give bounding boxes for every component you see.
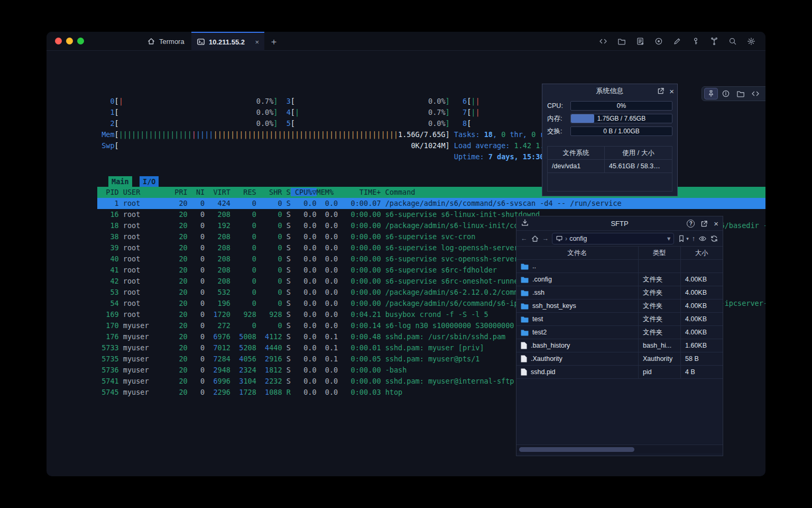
file-type: Xauthority [638,355,680,362]
close-window-button[interactable] [55,38,62,44]
file-row[interactable]: test2 文件夹 4.00KB [516,326,723,339]
file-size: 4.00KB [680,276,723,283]
breadcrumb-segment[interactable]: config [569,235,587,242]
folder-icon [521,316,529,323]
close-tab-icon[interactable]: × [255,38,259,46]
settings-icon[interactable] [744,34,758,48]
progress-bar: 0% [570,101,672,111]
new-tab-button[interactable]: ＋ [267,35,280,48]
col-type[interactable]: 类型 [638,249,680,258]
process-row[interactable]: 1 root 20 0 424 0 0 S 0.0 0.0 0:00.07 /p… [97,198,765,209]
col-filename[interactable]: 文件名 [516,249,638,258]
edit-icon[interactable] [670,34,684,48]
back-icon[interactable]: ← [521,235,528,242]
file-row[interactable]: .ssh 文件夹 4.00KB [516,286,723,300]
file-row[interactable]: .bash_history bash_hi... 1.60KB [516,339,723,352]
sysinfo-bar-row: 交换: 0 B / 1.00GB [542,126,677,136]
file-row[interactable]: .Xauthority Xauthority 58 B [516,352,723,366]
sysinfo-title: 系统信息 [596,86,624,96]
open-in-window-icon[interactable] [657,87,665,95]
file-icon [521,355,527,362]
bar-label: 交换: [547,127,570,136]
folder-icon [521,263,529,270]
folder-icon [521,303,529,310]
record-icon[interactable] [652,34,666,48]
chevron-down-icon[interactable]: ▾ [667,234,670,242]
folder-icon[interactable] [615,34,629,48]
file-type: bash_hi... [638,342,680,349]
nvidia-icon[interactable] [763,88,765,99]
file-size: 4.00KB [680,289,723,296]
file-row[interactable]: ssh_host_keys 文件夹 4.00KB [516,300,723,313]
filesystem-table-header: 文件系统 使用 / 大小 [548,147,672,160]
minimize-window-button[interactable] [66,38,73,44]
host-icon [556,235,563,242]
fs-col-name: 文件系统 [548,147,605,159]
sftp-toolbar: ← → › config ▾ ▾ ↑ [516,231,723,247]
open-in-window-icon[interactable] [700,220,708,228]
file-size: 4.00KB [680,315,723,323]
keychain-icon[interactable] [707,34,721,48]
search-icon[interactable] [726,34,740,48]
tab-session-label: 10.211.55.2 [209,38,245,46]
file-size: 4.00KB [680,329,723,336]
file-row[interactable]: .config 文件夹 4.00KB [516,273,723,286]
bar-value: 1.75GB / 7.65GB [571,114,672,123]
hscrollbar-track[interactable] [516,444,723,453]
tab-bar: Termora 10.211.55.2 × ＋ [47,32,765,51]
file-name: .bash_history [531,342,570,349]
folder-icon [521,289,529,296]
bar-label: CPU: [547,102,570,110]
bookmark-icon[interactable] [677,234,686,243]
filesystem-row[interactable]: /dev/vda145.61GB / 58.3… [548,160,672,173]
key-icon[interactable] [689,34,703,48]
htop-tab-main[interactable]: Main [108,176,132,187]
code-icon[interactable] [596,34,610,48]
pin-icon[interactable] [704,88,718,99]
sftp-titlebar: SFTP ? × [516,216,723,231]
bookmark-caret-icon[interactable]: ▾ [686,236,689,241]
bar-value: 0% [571,102,672,110]
file-name: .ssh [532,289,545,296]
parent-dir-icon[interactable]: ↑ [692,235,695,242]
col-size[interactable]: 大小 [680,249,723,258]
sysinfo-bar-row: CPU: 0% [542,101,677,111]
file-row[interactable]: sshd.pid pid 4 B [516,366,723,379]
tab-termora-home[interactable]: Termora [140,32,192,51]
forward-icon[interactable]: → [542,235,549,242]
code-icon[interactable] [749,88,762,99]
file-name: test [532,315,543,323]
sftp-table-header: 文件名 类型 大小 [516,247,723,260]
file-size: 4.00KB [680,302,723,310]
column-divider [638,247,639,379]
folder-icon[interactable] [734,88,748,99]
file-type: 文件夹 [638,302,680,311]
traffic-lights [55,38,84,44]
htop-tab-io[interactable]: I/O [140,176,159,187]
sysinfo-titlebar: 系统信息 × [542,84,677,98]
info-icon[interactable] [719,88,733,99]
file-row[interactable]: .. [516,260,723,273]
file-icon [521,368,527,376]
log-icon[interactable] [633,34,647,48]
file-name: ssh_host_keys [532,302,576,310]
path-breadcrumb[interactable]: › config ▾ [552,233,674,244]
file-size: 58 B [680,355,723,362]
show-hidden-icon[interactable] [698,234,707,243]
help-icon[interactable]: ? [687,220,695,228]
refresh-icon[interactable] [710,234,718,243]
tab-session[interactable]: 10.211.55.2 × [191,32,264,51]
close-icon[interactable]: × [714,219,718,228]
home-icon [147,37,155,46]
hscrollbar-thumb[interactable] [519,447,634,452]
transfers-icon[interactable] [521,219,529,227]
app-window: Termora 10.211.55.2 × ＋ 0[|0.7%] 3[0.0%]… [47,32,765,476]
home-icon[interactable] [531,234,539,243]
file-type: 文件夹 [638,315,680,324]
file-row[interactable]: test 文件夹 4.00KB [516,313,723,326]
file-name: .Xauthority [531,355,562,362]
bar-value: 0 B / 1.00GB [571,127,672,135]
file-type: 文件夹 [638,275,680,284]
close-icon[interactable]: × [669,87,674,96]
maximize-window-button[interactable] [77,38,84,44]
